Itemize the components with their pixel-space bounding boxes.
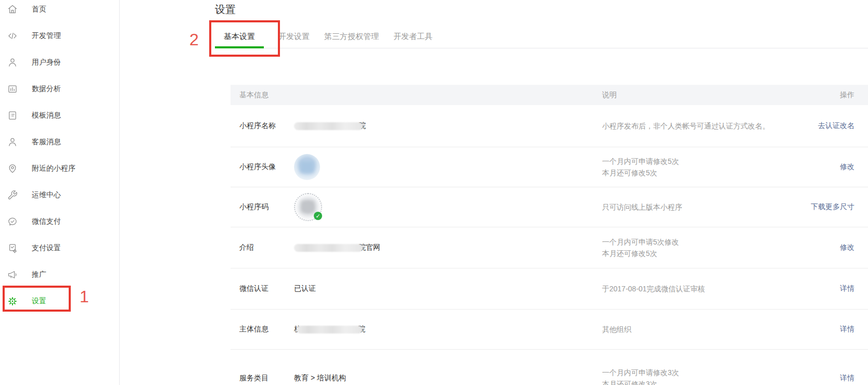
annotation-number-step2: 2 (189, 31, 199, 48)
sidebar-item-label: 微信支付 (32, 217, 61, 226)
row-description: 只可访问线上版本小程序 (602, 201, 682, 213)
gear-icon (7, 296, 18, 306)
sidebar-item-promotion[interactable]: 推广 (0, 261, 119, 288)
sidebar-item-nearby-miniprogram[interactable]: 附近的小程序 (0, 155, 119, 182)
home-icon (7, 4, 18, 15)
customer-service-icon (7, 137, 18, 147)
column-header-action: 操作 (840, 91, 854, 100)
row-action: 去认证改名 (818, 121, 854, 131)
table-row: 微信认证已认证于2017-08-01完成微信认证审核详情 (231, 268, 868, 310)
template-message-icon (7, 110, 18, 121)
action-link[interactable]: 修改 (840, 162, 854, 171)
row-label: 小程序头像 (239, 162, 276, 172)
chart-icon (7, 84, 18, 94)
payment-gear-icon (7, 243, 18, 253)
sidebar-item-label: 用户身份 (32, 58, 61, 67)
miniprogram-code-image: ✓ (294, 193, 322, 221)
row-description: 其他组织 (602, 324, 631, 335)
tab-dev-tools[interactable]: 开发者工具 (393, 25, 432, 48)
sidebar-item-user-identity[interactable]: 用户身份 (0, 49, 119, 75)
row-value: 杭院 (294, 325, 365, 334)
description-line: 其他组织 (602, 324, 631, 335)
row-value (294, 154, 320, 180)
sidebar-item-label: 模板消息 (32, 111, 61, 120)
row-label: 服务类目 (239, 374, 269, 383)
row-description: 一个月内可申请修改5次本月还可修改5次 (602, 156, 679, 178)
sidebar-item-ops-center[interactable]: 运维中心 (0, 182, 119, 208)
sidebar-item-dev-management[interactable]: 开发管理 (0, 22, 119, 49)
tab-dev-settings[interactable]: 开发设置 (278, 25, 310, 48)
row-label: 小程序码 (239, 202, 269, 212)
row-label: 主体信息 (239, 325, 269, 334)
description-line: 本月还可修改5次 (602, 167, 679, 178)
action-link[interactable]: 修改 (840, 243, 854, 251)
wrench-icon (7, 190, 18, 200)
table-row: 介绍院官网一个月内可申请5次修改本月还可修改5次修改 (231, 227, 868, 268)
value-text: 已认证 (294, 284, 316, 293)
row-action: 修改 (840, 162, 854, 172)
sidebar-item-settings[interactable]: 设置 (0, 288, 119, 314)
description-line: 本月还可修改5次 (602, 248, 679, 259)
sidebar-item-template-message[interactable]: 模板消息 (0, 102, 119, 129)
sidebar-item-home[interactable]: 首页 (0, 0, 119, 22)
column-header-description: 说明 (602, 91, 617, 100)
sidebar-item-label: 设置 (32, 297, 46, 306)
table-body: 小程序名称院小程序发布后，非个人类帐号可通过认证方式改名。去认证改名小程序头像一… (231, 105, 868, 385)
row-label: 微信认证 (239, 284, 269, 293)
table-row: 小程序头像一个月内可申请修改5次本月还可修改5次修改 (231, 147, 868, 187)
tab-bar: 基本设置开发设置第三方授权管理开发者工具 (215, 25, 868, 48)
description-line: 于2017-08-01完成微信认证审核 (602, 283, 705, 294)
sidebar-item-label: 附近的小程序 (32, 164, 75, 173)
description-line: 一个月内可申请5次修改 (602, 236, 679, 248)
chat-check-icon (7, 216, 18, 227)
sidebar-item-label: 客服消息 (32, 137, 61, 147)
action-link[interactable]: 详情 (840, 325, 854, 333)
row-label: 介绍 (239, 243, 254, 252)
description-line: 本月还可修改3次 (602, 378, 679, 385)
code-icon (7, 31, 18, 41)
settings-table: 基本信息 说明 操作 小程序名称院小程序发布后，非个人类帐号可通过认证方式改名。… (231, 85, 868, 385)
description-line: 一个月内可申请修改5次 (602, 156, 679, 167)
tab-basic-settings[interactable]: 基本设置 (215, 25, 264, 48)
description-line: 一个月内可申请修改3次 (602, 367, 679, 378)
sidebar-item-label: 数据分析 (32, 84, 61, 94)
redacted-value-blur (294, 244, 363, 252)
megaphone-icon (7, 270, 18, 280)
row-action: 详情 (840, 284, 854, 293)
redacted-value-blur (294, 122, 363, 130)
table-row: 服务类目教育 > 培训机构一个月内可申请修改3次本月还可修改3次详情 (231, 350, 868, 385)
sidebar-item-label: 开发管理 (32, 31, 61, 41)
sidebar-item-data-analysis[interactable]: 数据分析 (0, 75, 119, 102)
sidebar-item-customer-service[interactable]: 客服消息 (0, 129, 119, 155)
sidebar-item-label: 运维中心 (32, 190, 61, 200)
sidebar-item-payment-settings[interactable]: 支付设置 (0, 235, 119, 261)
location-pin-icon (7, 163, 18, 174)
description-line: 只可访问线上版本小程序 (602, 201, 682, 213)
redacted-value-blur (297, 326, 362, 333)
sidebar-item-label: 推广 (32, 270, 46, 279)
row-value: 已认证 (294, 284, 316, 293)
sidebar-nav: 首页开发管理用户身份数据分析模板消息客服消息附近的小程序运维中心微信支付支付设置… (0, 0, 119, 314)
miniprogram-avatar-image (294, 154, 320, 180)
user-icon (7, 57, 18, 68)
value-text: 教育 > 培训机构 (294, 374, 346, 383)
row-action: 详情 (840, 374, 854, 383)
sidebar-item-wechat-pay[interactable]: 微信支付 (0, 208, 119, 235)
code-blur-blob (301, 201, 314, 212)
verified-check-badge: ✓ (314, 212, 322, 220)
action-link[interactable]: 去认证改名 (818, 121, 854, 130)
table-row: 主体信息杭院其他组织详情 (231, 310, 868, 350)
column-header-basic-info: 基本信息 (239, 91, 269, 100)
row-value: 院官网 (294, 243, 380, 252)
action-link[interactable]: 详情 (840, 284, 854, 292)
row-description: 于2017-08-01完成微信认证审核 (602, 283, 705, 294)
table-row: 小程序名称院小程序发布后，非个人类帐号可通过认证方式改名。去认证改名 (231, 105, 868, 147)
action-link[interactable]: 下载更多尺寸 (811, 202, 854, 211)
row-value: 教育 > 培训机构 (294, 374, 346, 383)
tab-third-party-auth[interactable]: 第三方授权管理 (324, 25, 379, 48)
sidebar-item-label: 支付设置 (32, 243, 61, 253)
row-action: 详情 (840, 325, 854, 334)
action-link[interactable]: 详情 (840, 374, 854, 382)
row-label: 小程序名称 (239, 121, 276, 131)
table-header: 基本信息 说明 操作 (231, 85, 868, 105)
